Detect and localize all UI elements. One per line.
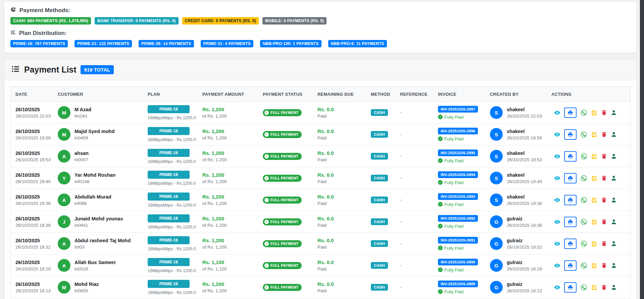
edit-button[interactable] xyxy=(591,131,597,138)
view-button[interactable] xyxy=(554,219,560,225)
whatsapp-button[interactable] xyxy=(580,109,587,116)
delete-button[interactable] xyxy=(601,197,607,203)
delete-button[interactable] xyxy=(601,219,607,225)
print-button[interactable] xyxy=(564,195,577,205)
payment-amount: Rs. 1,200 xyxy=(202,281,257,287)
remaining-due: Rs. 0.0 xyxy=(317,150,365,156)
payment-date: 26/10/2025 xyxy=(15,172,52,178)
invoice-paid-status: ✓ Fully Paid xyxy=(438,180,485,185)
row-actions xyxy=(551,282,628,293)
customer-profile-button[interactable] xyxy=(611,110,617,116)
vertical-scrollbar[interactable] xyxy=(640,0,644,299)
delete-button[interactable] xyxy=(601,153,607,159)
whatsapp-button[interactable] xyxy=(580,197,587,204)
column-header-actions: ACTIONS xyxy=(549,87,630,102)
payment-datetime: 26/10/2025 22:03 xyxy=(15,114,52,119)
creator-avatar: S xyxy=(490,194,503,206)
creator-name: shakeel xyxy=(507,172,542,178)
payment-status-badge: ✓FULL PAYMENT xyxy=(263,109,302,116)
customer-profile-button[interactable] xyxy=(611,175,617,181)
payment-amount: Rs. 1,200 xyxy=(202,128,257,134)
plan-detail: 16MbpsMbps - Rs.1200.0 xyxy=(148,159,197,164)
whatsapp-button[interactable] xyxy=(580,175,587,182)
row-actions xyxy=(551,151,628,162)
edit-button[interactable] xyxy=(591,175,597,181)
view-button[interactable] xyxy=(554,153,560,160)
customer-avatar: J xyxy=(58,215,70,228)
view-button[interactable] xyxy=(554,110,560,116)
delete-button[interactable] xyxy=(601,175,607,181)
bar-chart-icon xyxy=(10,30,16,37)
payment-datetime: 26/10/2025 18:29 xyxy=(15,266,52,271)
method-badge: CASH xyxy=(371,218,388,225)
edit-button[interactable] xyxy=(591,262,597,269)
check-circle-icon: ✓ xyxy=(438,202,443,207)
remaining-due: Rs. 0.0 xyxy=(317,238,365,243)
creator-name: shakeel xyxy=(507,151,542,156)
print-button[interactable] xyxy=(564,173,577,183)
check-circle-icon: ✓ xyxy=(438,267,443,272)
customer-profile-button[interactable] xyxy=(611,131,617,137)
row-actions xyxy=(551,108,628,118)
delete-button[interactable] xyxy=(601,262,607,268)
print-button[interactable] xyxy=(564,282,577,293)
whatsapp-button[interactable] xyxy=(580,131,587,138)
print-button[interactable] xyxy=(564,129,577,140)
print-button[interactable] xyxy=(564,239,577,249)
plan-badge: PRIME-16 xyxy=(148,214,190,222)
payment-table-wrap: DATECUSTOMERPLANPAYMENT AMOUNTPAYMENT ST… xyxy=(10,86,631,299)
customer-avatar: M xyxy=(58,281,70,294)
edit-button[interactable] xyxy=(591,284,597,291)
remaining-due-label: Paid xyxy=(317,245,365,250)
plan-badge: PRIME-16 xyxy=(148,258,190,266)
view-button[interactable] xyxy=(554,131,560,138)
view-button[interactable] xyxy=(554,175,560,181)
customer-profile-button[interactable] xyxy=(611,219,617,225)
table-row: 26/10/2025 26/10/2025 19:53 A ahsan ln00… xyxy=(11,145,630,167)
creator-avatar: S xyxy=(490,150,503,163)
check-circle-icon: ✓ xyxy=(438,224,443,228)
print-button[interactable] xyxy=(564,108,577,118)
created-at: 26/10/2025 22:03 xyxy=(507,114,542,119)
customer-profile-button[interactable] xyxy=(611,241,617,247)
plan-distribution-badge: NBB-PRO-100: 1 PAYMENTS xyxy=(260,40,321,47)
edit-button[interactable] xyxy=(591,219,597,225)
payment-table: DATECUSTOMERPLANPAYMENT AMOUNTPAYMENT ST… xyxy=(11,87,630,299)
whatsapp-button[interactable] xyxy=(580,240,587,247)
edit-button[interactable] xyxy=(591,110,597,116)
reference-value: - xyxy=(400,132,402,137)
view-button[interactable] xyxy=(554,262,560,269)
customer-profile-button[interactable] xyxy=(611,284,617,290)
payment-date: 26/10/2025 xyxy=(15,282,52,287)
page: Payment Methods: CASH: 884 PAYMENTS (RS.… xyxy=(4,1,637,299)
print-button[interactable] xyxy=(564,217,577,227)
whatsapp-button[interactable] xyxy=(580,153,587,160)
view-button[interactable] xyxy=(554,241,560,247)
remaining-due-label: Paid xyxy=(317,201,365,206)
table-row: 26/10/2025 26/10/2025 19:38 A Abdullah M… xyxy=(11,189,630,211)
edit-button[interactable] xyxy=(591,197,597,203)
delete-button[interactable] xyxy=(601,131,607,137)
whatsapp-button[interactable] xyxy=(580,284,587,291)
print-button[interactable] xyxy=(564,151,577,162)
method-badge: CASH xyxy=(371,197,388,203)
whatsapp-button[interactable] xyxy=(580,218,587,225)
view-button[interactable] xyxy=(554,284,560,291)
payment-status-badge: ✓FULL PAYMENT xyxy=(263,153,302,160)
whatsapp-button[interactable] xyxy=(580,262,587,269)
delete-button[interactable] xyxy=(601,241,607,247)
pie-chart-icon xyxy=(10,6,16,14)
payment-status-badge: ✓FULL PAYMENT xyxy=(263,197,302,204)
delete-button[interactable] xyxy=(601,110,607,116)
customer-profile-button[interactable] xyxy=(611,262,617,268)
customer-id: ln0641 xyxy=(75,223,123,228)
print-button[interactable] xyxy=(564,260,577,271)
created-at: 26/10/2025 18:38 xyxy=(507,223,542,228)
customer-profile-button[interactable] xyxy=(611,153,617,159)
customer-profile-button[interactable] xyxy=(611,197,617,203)
edit-button[interactable] xyxy=(591,241,597,247)
view-button[interactable] xyxy=(554,197,560,203)
delete-button[interactable] xyxy=(601,284,607,290)
payment-method-badge: CASH: 884 PAYMENTS (RS. 1,076,900) xyxy=(10,17,91,25)
edit-button[interactable] xyxy=(591,153,597,160)
